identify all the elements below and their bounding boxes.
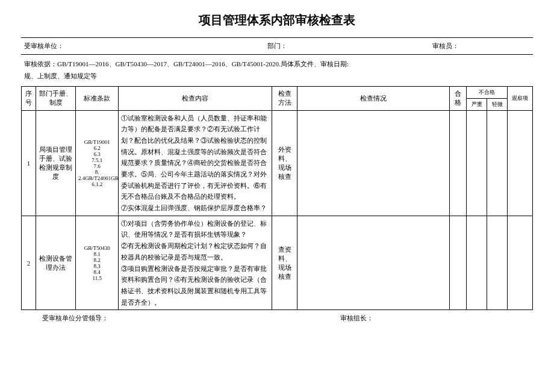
th-fail-minor: 轻微: [487, 98, 508, 110]
audit-basis: 审核依据：GB/T19001—2016、GB/T50430—2017、GB/T2…: [21, 55, 533, 87]
cell-std: GB/T19001 6.2 6.3 7.5.1 7.6 8. 2.4GB/T24…: [76, 110, 119, 216]
cell-pass: [449, 110, 467, 216]
th-obs: 观察项: [508, 87, 533, 111]
cell-method: 查资料、现场核查: [272, 216, 297, 310]
th-fail-severe: 严重: [467, 98, 487, 110]
footer-row: 受审核单位分管领导： 审核组长：: [21, 310, 533, 326]
cell-manual: 局项目管理手册、试验检测规章制度: [36, 110, 76, 216]
cell-method: 外资料、现场核查: [272, 110, 297, 216]
cell-fail-severe: [467, 110, 487, 216]
checklist-table: 序号 部门手册、制度 标准条款 检查内容 检查方法 检查情况 合格 不合格 观察…: [21, 87, 533, 311]
cell-situation: [297, 216, 449, 310]
cell-situation: [297, 110, 449, 216]
cell-fail-minor: [487, 110, 508, 216]
th-seq: 序号: [22, 87, 36, 111]
th-content: 检查内容: [119, 87, 272, 111]
th-manual: 部门手册、制度: [36, 87, 76, 111]
cell-obs: [508, 216, 533, 310]
auditor-label: 审核员：: [361, 42, 530, 51]
cell-obs: [508, 110, 533, 216]
cell-pass: [449, 216, 467, 310]
cell-std: GB/T50430 8.1 8.2 8.3 8.4 11.5: [76, 216, 119, 310]
header-row: 受审核单位： 部门： 审核员：: [21, 37, 533, 55]
cell-manual: 检测设备管理办法: [36, 216, 76, 310]
cell-fail-minor: [487, 216, 508, 310]
table-row: 1 局项目管理手册、试验检测规章制度 GB/T19001 6.2 6.3 7.5…: [22, 110, 533, 216]
document-title: 项目管理体系内部审核检查表: [21, 12, 533, 28]
cell-seq: 1: [22, 110, 36, 216]
table-row: 2 检测设备管理办法 GB/T50430 8.1 8.2 8.3 8.4 11.…: [22, 216, 533, 310]
footer-team-leader-label: 审核组长：: [340, 314, 530, 323]
footer-leader-label: 受审核单位分管领导：: [24, 314, 232, 323]
cell-content: ①对项目（含劳务协作单位）检测设备的登记、标识、使用等情况？是否有损坏生锈等现象…: [119, 216, 272, 310]
basis-line2: 规、上制度、通知规定等: [24, 70, 530, 82]
basis-line1: 审核依据：GB/T19001—2016、GB/T50430—2017、GB/T2…: [24, 58, 530, 70]
th-fail: 不合格: [467, 87, 508, 99]
th-method: 检查方法: [272, 87, 297, 111]
cell-seq: 2: [22, 216, 36, 310]
th-pass: 合格: [449, 87, 467, 111]
unit-label: 受审核单位：: [24, 42, 193, 51]
th-std: 标准条款: [76, 87, 119, 111]
dept-label: 部门：: [193, 42, 361, 51]
cell-content: ①试验室检测设备和人员（人员数量、持证率和能力等）的配备是否满足要求？②有无试验…: [119, 110, 272, 216]
th-situation: 检查情况: [297, 87, 449, 111]
cell-fail-severe: [467, 216, 487, 310]
